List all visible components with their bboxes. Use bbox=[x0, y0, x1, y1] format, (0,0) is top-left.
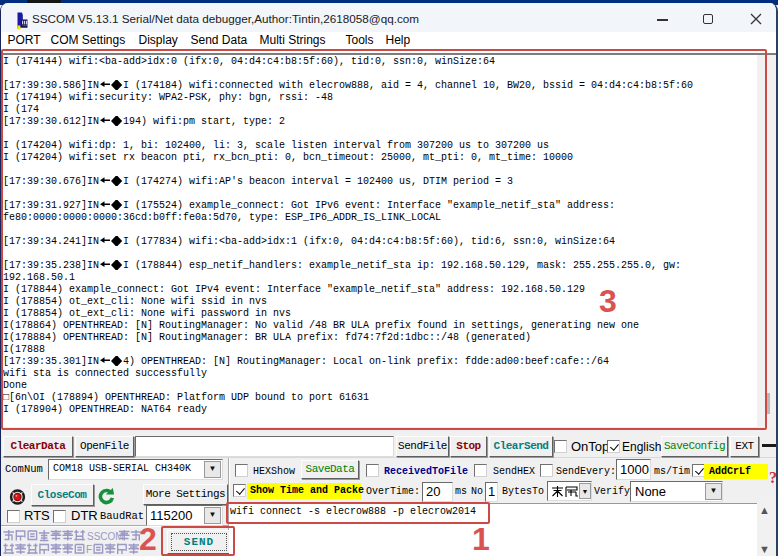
svg-text:SSCOM: SSCOM bbox=[87, 531, 124, 542]
svg-text:F: F bbox=[86, 544, 92, 555]
